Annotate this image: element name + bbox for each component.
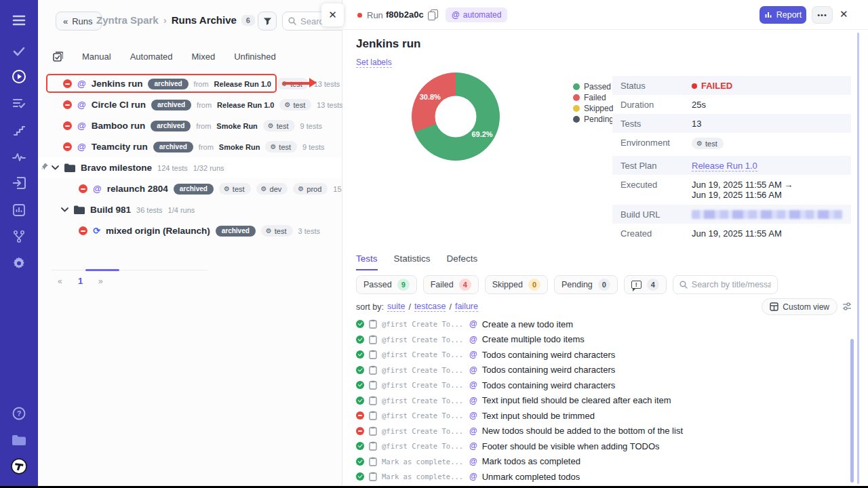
- test-row[interactable]: @first Create To... @ New todos should b…: [356, 424, 848, 439]
- close-detail-icon[interactable]: ✕: [840, 8, 848, 20]
- test-row[interactable]: @first Create To... @ Create multiple to…: [356, 332, 848, 348]
- run-row-teamcity[interactable]: @ Teamcity run archived from Smoke Run ⚙…: [38, 136, 342, 157]
- analytics-icon[interactable]: [0, 202, 38, 218]
- folder-name[interactable]: Build 981: [90, 205, 131, 215]
- tab-statistics[interactable]: Statistics: [394, 253, 431, 270]
- copy-icon[interactable]: [428, 9, 439, 20]
- tests-scrollbar-thumb[interactable]: [850, 339, 854, 483]
- run-row-bamboo[interactable]: @ Bamboo run archived from Smoke Run ⚙te…: [38, 115, 342, 136]
- test-suite-label[interactable]: @first Create To...: [382, 411, 465, 420]
- test-suite-label[interactable]: @first Create To...: [382, 396, 465, 405]
- tab-manual[interactable]: Manual: [82, 52, 111, 62]
- test-suite-label[interactable]: @first Create To...: [382, 366, 465, 374]
- run-name[interactable]: mixed origin (Relaunch): [106, 226, 210, 236]
- test-row[interactable]: @first Create To... @ Todos containing w…: [356, 363, 848, 378]
- run-row-circleci[interactable]: @ Circle CI run archived from Release Ru…: [38, 94, 342, 115]
- tab-mixed[interactable]: Mixed: [192, 52, 216, 62]
- test-title[interactable]: Text input should be trimmed: [482, 411, 595, 421]
- breadcrumb-project[interactable]: Zyntra Spark: [96, 14, 159, 26]
- test-plans-icon[interactable]: [0, 96, 38, 112]
- filter-failed-button[interactable]: Failed4: [423, 275, 479, 294]
- activity-pulse-icon[interactable]: [0, 149, 38, 165]
- test-suite-label[interactable]: @first Create To...: [382, 350, 465, 359]
- tab-automated[interactable]: Automated: [130, 52, 173, 62]
- settings-gear-icon[interactable]: [0, 256, 38, 272]
- run-name[interactable]: relaunch 2804: [107, 184, 168, 194]
- test-title[interactable]: Create multiple todo items: [482, 334, 585, 344]
- tests-icon[interactable]: [0, 43, 38, 60]
- folder-name[interactable]: Bravo milestone: [81, 163, 152, 173]
- test-row[interactable]: @first Create To... @ Todos containing w…: [356, 347, 848, 363]
- test-title[interactable]: Todos containing weird characters: [482, 350, 616, 360]
- test-title[interactable]: Mark todos as completed: [482, 456, 580, 466]
- test-suite-label[interactable]: @first Create To...: [382, 442, 465, 450]
- test-title[interactable]: Create a new todo item: [482, 319, 573, 329]
- sort-by-suite[interactable]: suite: [387, 302, 405, 312]
- panel-close-button[interactable]: ✕: [321, 3, 344, 26]
- test-row[interactable]: @first Create To... @ Create a new todo …: [356, 317, 848, 332]
- tab-tests[interactable]: Tests: [356, 253, 378, 270]
- test-suite-label[interactable]: @first Create To...: [382, 320, 465, 328]
- run-row-jenkins[interactable]: @ Jenkins run archived from Release Run …: [38, 73, 342, 94]
- folder-row-build-981[interactable]: Build 981 36 tests 1/4 runs: [38, 199, 342, 220]
- test-suite-label[interactable]: @first Create To...: [382, 381, 465, 389]
- pagination-prev-button[interactable]: «: [58, 277, 62, 286]
- test-title[interactable]: Todos containing weird characters: [482, 365, 616, 375]
- automated-badge[interactable]: @ automated: [446, 7, 507, 22]
- custom-view-button[interactable]: Custom view: [762, 298, 837, 315]
- test-title[interactable]: Footer should be visible when adding TOD…: [482, 441, 660, 451]
- import-icon[interactable]: [0, 175, 38, 191]
- test-row[interactable]: Mark as complete... @ Unmark completed t…: [356, 469, 848, 485]
- runs-icon[interactable]: [0, 68, 38, 85]
- help-icon[interactable]: ?: [0, 405, 38, 422]
- pagination-page-1[interactable]: 1: [78, 276, 83, 286]
- tab-unfinished[interactable]: Unfinished: [234, 52, 275, 62]
- test-title[interactable]: New todos should be added to the bottom …: [482, 426, 683, 436]
- test-suite-label[interactable]: Mark as complete...: [382, 472, 465, 481]
- run-name[interactable]: Circle CI run: [92, 100, 146, 110]
- run-name[interactable]: Bamboo run: [92, 121, 146, 131]
- test-row[interactable]: @first Create To... @ Text input should …: [356, 408, 848, 424]
- panel-scrollbar-track[interactable]: [857, 33, 859, 484]
- select-all-icon[interactable]: [53, 52, 63, 62]
- pagination-next-button[interactable]: »: [98, 277, 103, 286]
- set-labels-link[interactable]: Set labels: [356, 58, 392, 68]
- filter-skipped-button[interactable]: Skipped0: [485, 275, 548, 294]
- run-row-relaunch-2804[interactable]: @ relaunch 2804 archived ⚙test ⚙dev ⚙pro…: [38, 178, 342, 199]
- projects-folder-icon[interactable]: [0, 432, 38, 448]
- run-name[interactable]: Teamcity run: [92, 142, 148, 152]
- redacted-build-url[interactable]: [692, 210, 842, 219]
- run-row-mixed-origin[interactable]: ⟳ mixed origin (Relaunch) archived ⚙test…: [38, 220, 342, 241]
- test-row[interactable]: @first Create To... @ Text input field s…: [356, 393, 848, 409]
- steps-icon[interactable]: [0, 123, 38, 139]
- test-title[interactable]: Text input field should be cleared after…: [482, 395, 671, 405]
- test-row[interactable]: @first Create To... @ Todos containing w…: [356, 378, 848, 393]
- filter-comments-button[interactable]: !4: [624, 275, 667, 294]
- chevron-down-icon[interactable]: [52, 165, 59, 170]
- sort-by-failure[interactable]: failure: [455, 302, 478, 312]
- filter-passed-button[interactable]: Passed9: [356, 275, 417, 294]
- sliders-icon[interactable]: [842, 302, 852, 311]
- chevron-down-icon[interactable]: [61, 207, 68, 212]
- back-to-runs-button[interactable]: « Runs: [56, 12, 102, 30]
- branches-icon[interactable]: [0, 228, 38, 245]
- user-avatar[interactable]: [0, 458, 38, 474]
- test-suite-label[interactable]: @first Create To...: [382, 427, 465, 435]
- run-name[interactable]: Jenkins run: [92, 79, 143, 89]
- test-row[interactable]: @first Create To... @ Footer should be v…: [356, 439, 848, 454]
- filter-funnel-button[interactable]: [258, 12, 277, 30]
- filter-pending-button[interactable]: Pending0: [554, 275, 618, 294]
- test-plan-link[interactable]: Release Run 1.0: [692, 161, 757, 171]
- folder-row-bravo-milestone[interactable]: Bravo milestone 124 tests 1/32 runs: [38, 157, 342, 178]
- test-suite-label[interactable]: @first Create To...: [382, 336, 465, 344]
- tests-search-input[interactable]: [692, 280, 771, 289]
- tab-defects[interactable]: Defects: [447, 253, 478, 270]
- test-title[interactable]: Unmark completed todos: [482, 472, 580, 482]
- test-suite-label[interactable]: Mark as complete...: [382, 458, 465, 466]
- test-title[interactable]: Todos containing weird characters: [482, 380, 616, 390]
- report-button[interactable]: Report: [760, 6, 806, 24]
- test-row[interactable]: Mark as complete... @ Mark todos as comp…: [356, 454, 848, 470]
- sort-by-testcase[interactable]: testcase: [414, 302, 446, 312]
- more-options-button[interactable]: •••: [812, 6, 833, 24]
- menu-icon[interactable]: [0, 12, 38, 28]
